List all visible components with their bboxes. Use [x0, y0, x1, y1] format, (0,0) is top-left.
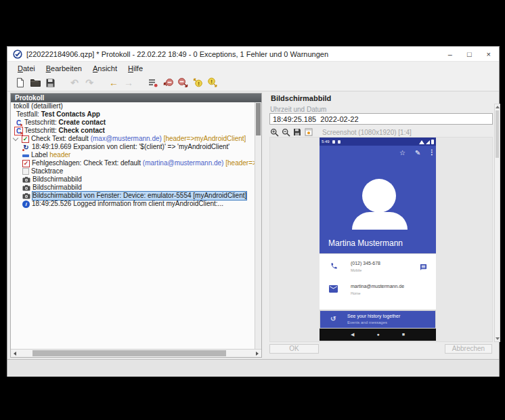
tree-row-label: Stacktrace — [31, 167, 63, 175]
scroll-up-arrow-icon[interactable] — [496, 106, 500, 108]
contact-name: Martina Mustermann — [328, 238, 403, 248]
window-titlebar[interactable]: [220222184906.qzp] * Protokoll - 22.02.2… — [7, 47, 499, 62]
cancel-button[interactable]: Abbrechen — [445, 344, 492, 354]
scroll-down-arrow-icon[interactable] — [496, 337, 500, 340]
scrollbar-thumb[interactable] — [32, 350, 226, 356]
minimize-button[interactable]: – — [448, 47, 452, 61]
scrollbar-thumb[interactable] — [496, 110, 499, 158]
show-errors-list-button[interactable] — [146, 76, 160, 90]
overflow-menu-icon[interactable]: ⋮ — [429, 148, 435, 156]
datetime-input[interactable] — [269, 113, 493, 125]
toolbar: ↶↷←→!! — [7, 75, 499, 91]
check-failed-icon: ✓ — [22, 160, 30, 167]
message-icon[interactable] — [420, 261, 427, 274]
desktop-background: [220222184906.qzp] * Protokoll - 22.02.2… — [0, 0, 505, 420]
save-image-icon — [293, 128, 301, 136]
stacktrace-icon — [22, 168, 29, 175]
datetime-label: Uhrzeit und Datum — [270, 106, 326, 113]
tree-row[interactable]: CTestschritt: Check contact — [11, 127, 255, 135]
next-warning-button[interactable]: ! — [205, 76, 220, 90]
zoom-in-button[interactable] — [269, 128, 279, 137]
avatar-head — [362, 179, 396, 213]
phone-status-bar: 5:49 — [320, 138, 436, 146]
edit-pencil-icon[interactable]: ✎ — [415, 149, 420, 156]
open-file-button[interactable] — [28, 76, 43, 90]
menu-bar: DateiBearbeitenAnsichtHilfe — [7, 62, 499, 75]
tree-row[interactable]: tokoll (detailliert) — [11, 102, 255, 110]
camera-icon — [22, 193, 30, 199]
tree-row[interactable]: Stacktrace — [11, 167, 255, 175]
expander-chevron-icon[interactable] — [13, 135, 18, 140]
menu-item-bearbeiten[interactable]: Bearbeiten — [41, 63, 87, 74]
detail-panel: Bildschirmabbild Uhrzeit und Datum Scree… — [263, 91, 500, 359]
tree-row-label: Label header — [31, 151, 70, 159]
previous-warning-button[interactable]: ! — [190, 76, 205, 90]
status-bar — [7, 359, 499, 377]
tree-row-label: Check Text: default (max@mustermann.de) … — [31, 135, 246, 143]
show-errors-list-icon — [148, 77, 158, 88]
navigate-back-button[interactable]: ← — [106, 76, 121, 90]
tree-row[interactable]: ✓Fehlgeschlagen: Check Text: default (ma… — [11, 159, 255, 167]
screenshot-info-label: Screenshot (1080x1920) [1:4] — [322, 129, 412, 136]
tree-row[interactable]: Testfall: Test Contacts App — [11, 110, 255, 119]
tree-row[interactable]: Bildschirmabbild von Fenster: Device: em… — [11, 192, 255, 200]
favorite-star-icon[interactable]: ☆ — [399, 149, 405, 156]
ok-button[interactable]: OK — [269, 344, 319, 354]
history-title: See your history together — [347, 314, 400, 318]
app-logo-icon — [13, 49, 22, 59]
nav-back-icon[interactable]: ◀ — [351, 329, 354, 341]
tree-row[interactable]: ✓Check Text: default (max@mustermann.de)… — [11, 135, 255, 143]
zoom-out-button[interactable] — [281, 128, 290, 137]
maximize-button[interactable]: □ — [467, 47, 472, 61]
previous-error-button[interactable] — [160, 76, 175, 90]
phone-number-label: Mobile — [351, 268, 361, 272]
sequence-icon: C — [15, 119, 22, 127]
wifi-icon — [419, 140, 424, 144]
detach-window-button[interactable] — [304, 128, 313, 137]
close-button[interactable]: × — [487, 47, 491, 61]
detail-vertical-scrollbar[interactable] — [494, 104, 500, 342]
nav-home-icon[interactable]: ● — [376, 329, 379, 341]
tree-row[interactable]: CTestschritt: Create contact — [11, 119, 255, 127]
tree-row-label: Bildschirmabbild — [32, 175, 82, 184]
tree-row[interactable]: Label header — [11, 151, 255, 159]
tree-row[interactable]: i18:49:25.526 Logged information from cl… — [11, 200, 255, 208]
nav-recents-icon[interactable]: ■ — [402, 329, 405, 341]
scroll-right-arrow-icon[interactable] — [253, 350, 261, 357]
save-image-button[interactable] — [292, 128, 302, 137]
scrollbar-thumb[interactable] — [256, 103, 261, 135]
tree-row[interactable]: Bildschirmabbild — [11, 184, 255, 192]
history-card[interactable]: ↺ See your history together Events and m… — [320, 311, 435, 328]
email-icon[interactable] — [329, 283, 338, 295]
contact-email: martina@mustermann.de — [351, 284, 404, 289]
menu-item-datei[interactable]: Datei — [13, 63, 40, 74]
tree-row[interactable]: Bildschirmabbild — [11, 175, 255, 184]
phone-status-sd-icon — [338, 140, 341, 144]
undo-icon: ↶ — [70, 77, 79, 88]
next-error-button[interactable] — [175, 76, 190, 90]
menu-item-hilfe[interactable]: Hilfe — [123, 63, 148, 74]
phone-status-time: 5:49 — [322, 138, 330, 146]
redo-button: ↷ — [82, 76, 97, 90]
tree-row[interactable]: ↻18:49:19.669 Expansion von client: '$(c… — [11, 143, 255, 151]
next-error-icon — [177, 77, 189, 88]
check-ok-icon: ✓ — [22, 135, 29, 143]
tree-row-label: 18:49:25.526 Logged information from cli… — [32, 200, 223, 208]
tree-vertical-scrollbar[interactable] — [255, 102, 261, 349]
scroll-left-arrow-icon[interactable] — [11, 350, 19, 357]
contact-email-label: Home — [351, 291, 361, 295]
protocol-panel: Protokoll tokoll (detailliert)Testfall: … — [10, 93, 262, 358]
tree-row-label: Fehlgeschlagen: Check Text: default (mar… — [32, 159, 255, 167]
previous-error-icon — [162, 77, 174, 88]
tree-horizontal-scrollbar[interactable] — [11, 349, 261, 357]
new-file-button[interactable] — [13, 76, 28, 90]
phone-call-icon[interactable] — [330, 260, 338, 272]
navigate-forward-button: → — [121, 76, 136, 90]
menu-item-ansicht[interactable]: Ansicht — [88, 63, 122, 74]
new-file-icon — [15, 77, 26, 88]
app-window: [220222184906.qzp] * Protokoll - 22.02.2… — [7, 46, 500, 377]
navigate-back-icon: ← — [109, 77, 118, 88]
tree-row-label: 18:49:19.669 Expansion von client: '$(cl… — [32, 143, 229, 151]
tree-row-label-selected: Bildschirmabbild von Fenster: Device: em… — [32, 192, 246, 200]
save-file-button[interactable] — [43, 76, 58, 90]
